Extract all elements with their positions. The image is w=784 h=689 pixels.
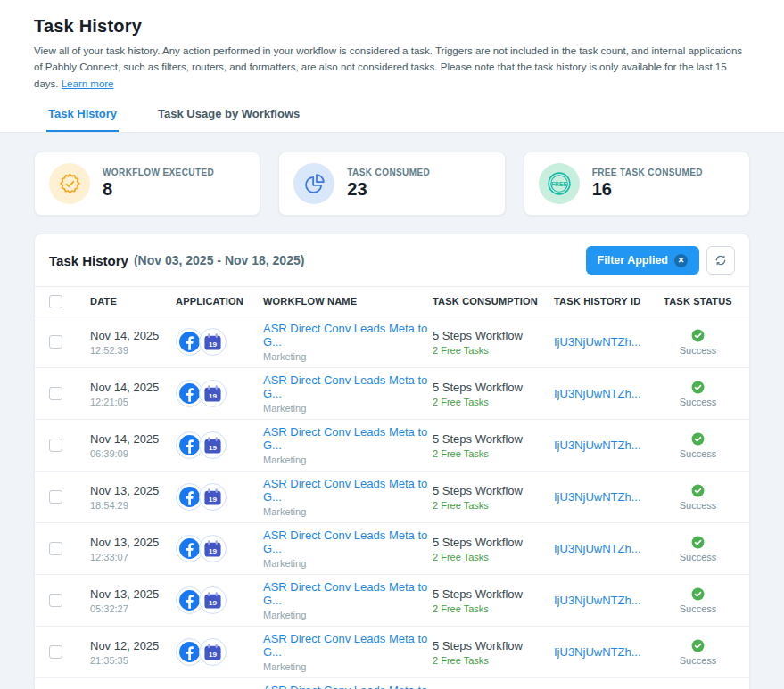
task-history-id-link[interactable]: IjU3NjUwNTZh...	[554, 490, 661, 504]
tab-bar: Task History Task Usage by Workflows	[34, 103, 750, 132]
stat-value: 23	[347, 179, 430, 200]
clear-filter-icon[interactable]: ✕	[674, 254, 688, 267]
workflow-name-link[interactable]: ASR Direct Conv Leads Meta to G...	[263, 425, 433, 452]
svg-text:19: 19	[209, 651, 218, 659]
table-row: Nov 13, 2025 12:33:07 19 ASR Direct Con	[35, 523, 749, 575]
task-status-cell: Success	[661, 329, 735, 356]
page-description-text: View all of your task history. Any actio…	[34, 45, 742, 89]
task-history-id-link[interactable]: IjU3NjUwNTZh...	[554, 439, 661, 452]
task-consumption-cell: 5 Steps Workflow 2 Free Tasks	[433, 432, 554, 459]
svg-text:19: 19	[209, 599, 218, 607]
task-history-id-link[interactable]: IjU3NjUwNTZh...	[554, 594, 661, 607]
date-cell: Nov 14, 2025 06:39:09	[90, 432, 176, 459]
task-history-id-link[interactable]: IjU3NjUwNTZh...	[554, 542, 661, 555]
stats-row: WORKFLOW EXECUTED 8 TASK CONSUMED 23	[34, 152, 750, 216]
workflow-name-link[interactable]: ASR Direct Conv Leads Meta to G...	[263, 373, 433, 400]
workflow-cell: ASR Direct Conv Leads Meta to G... Marke…	[263, 580, 433, 620]
workflow-cell: ASR Direct Conv Leads Meta to G... Marke…	[263, 477, 433, 517]
application-cell: 19	[176, 586, 263, 614]
stat-label: FREE TASK CONSUMED	[592, 168, 703, 177]
status-label: Success	[680, 448, 717, 459]
workflow-folder: Marketing	[263, 506, 433, 517]
task-history-id-cell: IjU3NjUwNTZh...	[554, 439, 661, 452]
row-date: Nov 13, 2025	[90, 484, 176, 497]
task-history-id-link[interactable]: IjU3NjUwNTZh...	[554, 335, 661, 349]
workflow-name-link[interactable]: ASR Direct Conv Leads Meta to G...	[263, 632, 433, 659]
task-history-id-cell: IjU3NjUwNTZh...	[554, 594, 661, 607]
table-header-row: DATE APPLICATION WORKFLOW NAME TASK CONS…	[35, 286, 749, 316]
row-date: Nov 13, 2025	[90, 536, 176, 549]
calendar-icon: 19	[199, 586, 227, 614]
task-history-id-cell: IjU3NjUwNTZh...	[554, 490, 661, 504]
status-label: Success	[680, 552, 717, 562]
free-badge-icon: FREE	[539, 163, 580, 204]
calendar-icon: 19	[199, 328, 227, 356]
table-row: Nov 12, 2025 11:46:34 19 ASR Direct Con	[35, 678, 749, 689]
task-status-cell: Success	[661, 536, 735, 562]
row-checkbox[interactable]	[49, 594, 62, 607]
row-select-cell	[49, 645, 90, 659]
card-date-range: (Nov 03, 2025 - Nov 18, 2025)	[134, 253, 304, 267]
page-title: Task History	[34, 16, 750, 37]
row-checkbox[interactable]	[49, 645, 62, 659]
row-checkbox[interactable]	[49, 335, 62, 349]
workflow-cell: ASR Direct Conv Leads Meta to G... Marke…	[263, 684, 433, 689]
workflow-folder: Marketing	[263, 661, 433, 672]
task-history-id-link[interactable]: IjU3NjUwNTZh...	[554, 387, 661, 400]
row-select-cell	[49, 594, 90, 607]
tab-task-usage-by-workflows[interactable]: Task Usage by Workflows	[156, 103, 301, 132]
table-row: Nov 14, 2025 06:39:09 19 ASR Direct Con	[35, 420, 749, 472]
row-select-cell	[49, 542, 90, 555]
row-time: 12:21:05	[90, 397, 176, 407]
date-cell: Nov 14, 2025 12:52:39	[90, 329, 176, 356]
workflow-cell: ASR Direct Conv Leads Meta to G... Marke…	[263, 425, 433, 465]
success-check-icon	[691, 432, 705, 446]
date-cell: Nov 14, 2025 12:21:05	[90, 381, 176, 407]
filter-applied-button[interactable]: Filter Applied ✕	[586, 246, 699, 275]
row-select-cell	[49, 490, 90, 504]
row-time: 18:54:29	[90, 500, 176, 511]
card-title: Task History	[49, 253, 128, 268]
svg-text:19: 19	[209, 496, 218, 504]
workflow-name-link[interactable]: ASR Direct Conv Leads Meta to G...	[263, 580, 433, 607]
select-all-checkbox[interactable]	[49, 295, 62, 308]
workflow-cell: ASR Direct Conv Leads Meta to G... Marke…	[263, 322, 433, 362]
workflow-name-link[interactable]: ASR Direct Conv Leads Meta to G...	[263, 322, 433, 349]
stat-card-free-task-consumed: FREE FREE TASK CONSUMED 16	[524, 152, 750, 216]
learn-more-link[interactable]: Learn more	[62, 78, 114, 89]
row-checkbox[interactable]	[49, 387, 62, 400]
stat-card-workflow-executed: WORKFLOW EXECUTED 8	[34, 152, 260, 216]
free-tasks-count: 2 Free Tasks	[433, 552, 554, 562]
svg-text:FREE: FREE	[551, 181, 568, 187]
row-checkbox[interactable]	[49, 542, 62, 555]
select-all-cell	[49, 295, 90, 308]
stat-card-task-consumed: TASK CONSUMED 23	[278, 152, 505, 216]
column-header-task-history-id: TASK HISTORY ID	[554, 296, 661, 307]
task-history-id-link[interactable]: IjU3NjUwNTZh...	[554, 645, 661, 659]
workflow-name-link[interactable]: ASR Direct Conv Leads Meta to G...	[263, 529, 433, 555]
workflow-name-link[interactable]: ASR Direct Conv Leads Meta to G...	[263, 684, 433, 689]
success-check-icon	[691, 639, 705, 652]
row-time: 05:32:27	[90, 603, 176, 614]
column-header-task-consumption: TASK CONSUMPTION	[433, 296, 554, 307]
free-tasks-count: 2 Free Tasks	[433, 603, 554, 614]
status-label: Success	[680, 345, 717, 356]
steps-count: 5 Steps Workflow	[433, 536, 554, 549]
workflow-folder: Marketing	[263, 610, 433, 620]
date-cell: Nov 12, 2025 21:35:35	[90, 639, 176, 666]
success-check-icon	[691, 484, 705, 497]
status-label: Success	[680, 655, 717, 666]
stat-texts: TASK CONSUMED 23	[347, 168, 430, 200]
stat-texts: WORKFLOW EXECUTED 8	[103, 168, 214, 200]
task-consumption-cell: 5 Steps Workflow 2 Free Tasks	[433, 329, 554, 356]
refresh-button[interactable]	[706, 246, 735, 275]
svg-text:19: 19	[209, 340, 218, 349]
refresh-icon	[714, 254, 727, 267]
row-checkbox[interactable]	[49, 490, 62, 504]
workflow-cell: ASR Direct Conv Leads Meta to G... Marke…	[263, 529, 433, 569]
workflow-name-link[interactable]: ASR Direct Conv Leads Meta to G...	[263, 477, 433, 504]
tab-task-history[interactable]: Task History	[46, 103, 119, 132]
row-checkbox[interactable]	[49, 439, 62, 452]
calendar-icon: 19	[199, 431, 227, 459]
status-label: Success	[680, 500, 717, 511]
